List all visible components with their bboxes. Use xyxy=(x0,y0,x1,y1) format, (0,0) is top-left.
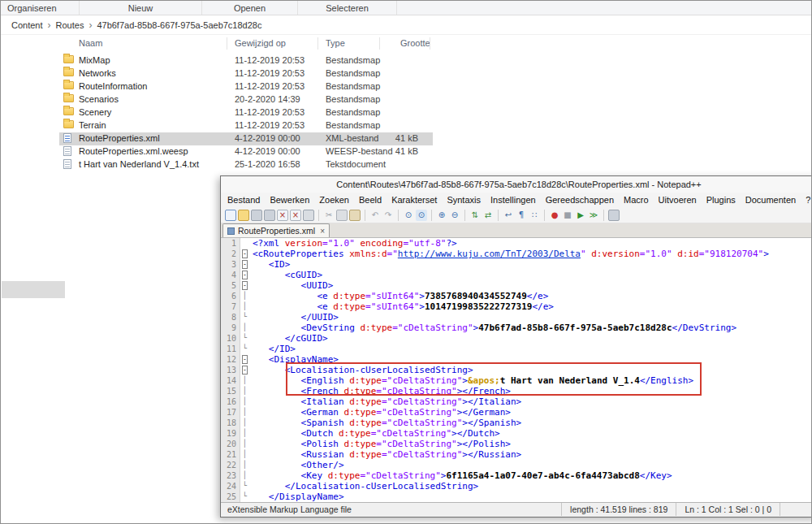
nav-pane-selected-item[interactable] xyxy=(2,281,65,298)
cut-icon[interactable]: ✂ xyxy=(323,210,335,221)
redo-icon[interactable]: ↷ xyxy=(382,210,394,221)
record-macro-icon[interactable]: ● xyxy=(549,210,560,221)
fold-marker-open[interactable]: - xyxy=(240,270,249,280)
fold-marker-end[interactable]: └ xyxy=(240,312,249,323)
breadcrumb-item-47b6f7ad-85b8-667f-975a-5aeb7c18d28c[interactable]: 47b6f7ad-85b8-667f-975a-5aeb7c18d28c xyxy=(94,20,264,30)
file-row[interactable]: RouteInformation11-12-2019 20:53Bestands… xyxy=(59,80,433,93)
fold-marker-open[interactable]: - xyxy=(240,354,249,365)
menu-beeld[interactable]: Beeld xyxy=(354,195,387,205)
menu-karakterset[interactable]: Karakterset xyxy=(387,195,442,205)
fold-collapse-icon[interactable]: - xyxy=(242,355,248,364)
fold-marker-line[interactable]: │ xyxy=(240,439,249,449)
run-macro-multiple-icon[interactable]: ≫ xyxy=(588,210,599,221)
file-row[interactable]: Scenery11-12-2019 20:53Bestandsmap xyxy=(59,106,433,119)
fold-marker-line[interactable]: │ xyxy=(240,418,249,428)
toolbar-separator xyxy=(603,210,604,221)
fold-marker-line[interactable]: │ xyxy=(240,449,249,460)
print-icon[interactable] xyxy=(303,210,314,221)
sync-horizontal-icon[interactable]: ⇄ xyxy=(482,210,494,221)
fold-marker-line[interactable]: │ xyxy=(240,301,249,312)
file-row[interactable]: RouteProperties.xml.weesp4-12-2019 00:00… xyxy=(59,145,433,158)
fold-marker-open[interactable]: - xyxy=(240,280,249,291)
fold-marker-end[interactable]: └ xyxy=(240,492,249,502)
fold-marker-line[interactable]: │ xyxy=(240,470,249,481)
stop-macro-icon[interactable]: ■ xyxy=(562,210,573,221)
fold-collapse-icon[interactable]: - xyxy=(242,281,248,290)
copy-icon[interactable] xyxy=(336,210,348,221)
file-row[interactable]: Terrain11-12-2019 20:53Bestandsmap xyxy=(59,119,433,132)
sync-vertical-icon[interactable]: ⇅ xyxy=(469,210,481,221)
play-macro-icon[interactable]: ▶ xyxy=(575,210,586,221)
close-all-icon[interactable]: × xyxy=(290,210,301,221)
ribbon-group-nieuw[interactable]: Nieuw xyxy=(80,1,202,15)
fold-marker-line[interactable]: │ xyxy=(240,291,249,301)
paste-icon[interactable] xyxy=(349,210,361,221)
indent-guide-icon[interactable]: ∷ xyxy=(529,210,540,221)
file-row[interactable]: MixMap11-12-2019 20:53Bestandsmap xyxy=(59,54,433,67)
ribbon-group-organiseren[interactable]: Organiseren xyxy=(1,1,80,15)
find-icon[interactable]: ⊙ xyxy=(403,210,414,221)
tab-routeproperties[interactable]: RouteProperties.xml × xyxy=(222,223,330,237)
fold-marker-open[interactable]: - xyxy=(240,249,249,259)
column-header-gewijzigd-op[interactable]: Gewijzigd op xyxy=(235,38,286,48)
menu-help[interactable]: ? xyxy=(801,195,812,205)
file-row[interactable]: t Hart van Nederland V_1.4.txt25-1-2020 … xyxy=(59,158,433,171)
fold-marker-open[interactable]: - xyxy=(240,259,249,270)
save-all-icon[interactable] xyxy=(264,210,275,221)
notepad-titlebar[interactable]: Content\Routes\47b6f7ad-85b8-667f-975a-5… xyxy=(221,176,812,193)
fold-marker-line[interactable]: │ xyxy=(240,428,249,439)
save-macro-icon[interactable] xyxy=(608,210,620,221)
file-row[interactable]: Scenarios20-2-2020 14:39Bestandsmap xyxy=(59,93,433,106)
file-row[interactable]: Networks11-12-2019 20:53Bestandsmap xyxy=(59,67,433,80)
tab-close-icon[interactable]: × xyxy=(320,227,325,236)
column-header-grootte[interactable]: Grootte xyxy=(400,38,430,48)
menu-bewerken[interactable]: Bewerken xyxy=(265,195,314,205)
fold-marker-line[interactable]: │ xyxy=(240,386,249,396)
show-all-characters-icon[interactable]: ¶ xyxy=(516,210,527,221)
menu-plugins[interactable]: Plugins xyxy=(702,195,741,205)
token-t: <Dutch xyxy=(253,428,339,439)
save-icon[interactable] xyxy=(251,210,262,221)
ribbon-group-selecteren[interactable]: Selecteren xyxy=(298,1,397,15)
zoom-in-icon[interactable]: ⊕ xyxy=(436,210,447,221)
breadcrumb-item-routes[interactable]: Routes xyxy=(54,20,87,30)
menu-syntaxis[interactable]: Syntaxis xyxy=(442,195,486,205)
file-row[interactable]: RouteProperties.xml4-12-2019 00:00XML-be… xyxy=(59,132,433,145)
fold-marker-end[interactable]: └ xyxy=(240,344,249,354)
token-v: ="cDeltaString" xyxy=(376,407,456,418)
fold-marker-line[interactable]: │ xyxy=(240,323,249,333)
fold-marker-line[interactable]: │ xyxy=(240,460,249,470)
ribbon-group-openen[interactable]: Openen xyxy=(202,1,298,15)
line-number: 24 xyxy=(221,481,240,492)
fold-collapse-icon[interactable]: - xyxy=(242,249,248,258)
fold-marker-end[interactable]: └ xyxy=(240,333,249,344)
menu-gereedschappen[interactable]: Gereedschappen xyxy=(541,195,619,205)
menu-zoeken[interactable]: Zoeken xyxy=(314,195,354,205)
word-wrap-icon[interactable]: ↩ xyxy=(503,210,514,221)
column-header-type[interactable]: Type xyxy=(326,38,345,48)
menu-macro[interactable]: Macro xyxy=(619,195,654,205)
code-text: <cRouteProperties xmlns:d="http://www.ku… xyxy=(249,249,769,259)
new-file-icon[interactable] xyxy=(225,210,236,221)
close-icon[interactable]: × xyxy=(277,210,288,221)
fold-marker-end[interactable]: └ xyxy=(240,481,249,492)
menu-documenten[interactable]: Documenten xyxy=(741,195,801,205)
fold-collapse-icon[interactable]: - xyxy=(242,366,248,375)
open-file-icon[interactable] xyxy=(238,210,249,221)
fold-marker-line[interactable]: │ xyxy=(240,396,249,407)
menu-bestand[interactable]: Bestand xyxy=(222,195,265,205)
fold-collapse-icon[interactable]: - xyxy=(242,260,248,269)
fold-collapse-icon[interactable]: - xyxy=(242,271,248,279)
code-text: </UUID> xyxy=(249,312,339,323)
fold-marker-line[interactable]: │ xyxy=(240,375,249,386)
fold-marker-open[interactable]: - xyxy=(240,365,249,375)
menu-instellingen[interactable]: Instellingen xyxy=(486,195,541,205)
column-header-naam[interactable]: Naam xyxy=(79,38,102,48)
undo-icon[interactable]: ↶ xyxy=(369,210,381,221)
zoom-out-icon[interactable]: ⊖ xyxy=(449,210,460,221)
breadcrumb-item-content[interactable]: Content xyxy=(9,20,45,30)
editor[interactable]: 1<?xml version="1.0" encoding="utf-8"?>2… xyxy=(221,238,812,502)
menu-uitvoeren[interactable]: Uitvoeren xyxy=(654,195,702,205)
fold-marker-line[interactable]: │ xyxy=(240,407,249,418)
replace-icon[interactable]: ⊙ xyxy=(416,210,427,221)
